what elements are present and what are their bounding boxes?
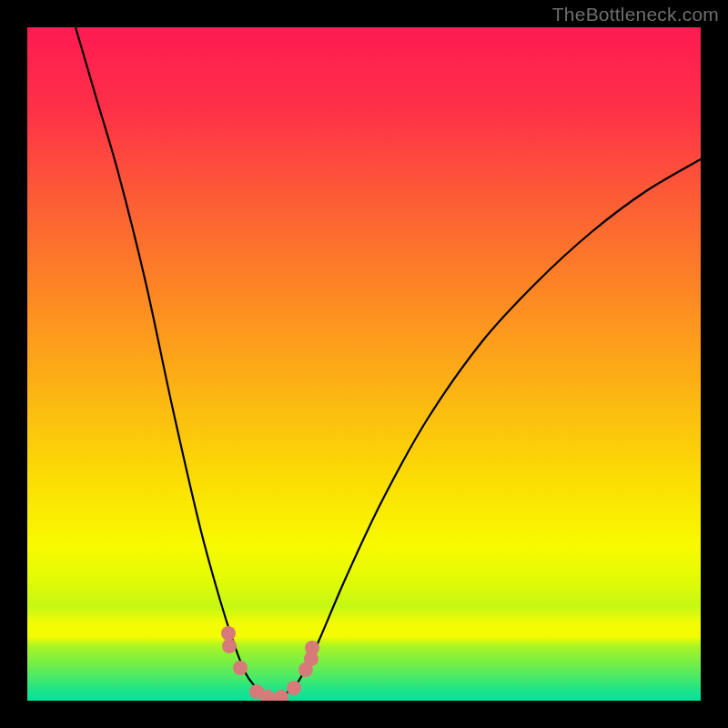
plot-area	[27, 27, 701, 701]
data-marker	[287, 681, 301, 695]
bottleneck-curve	[27, 27, 701, 701]
marker-group	[221, 626, 319, 701]
data-marker	[233, 661, 248, 675]
data-marker	[222, 639, 237, 653]
watermark-text: TheBottleneck.com	[552, 4, 719, 25]
curve-path	[76, 27, 701, 698]
data-marker	[221, 626, 236, 641]
data-marker	[274, 690, 288, 701]
data-marker	[305, 641, 319, 655]
chart-frame: TheBottleneck.com	[0, 0, 728, 728]
